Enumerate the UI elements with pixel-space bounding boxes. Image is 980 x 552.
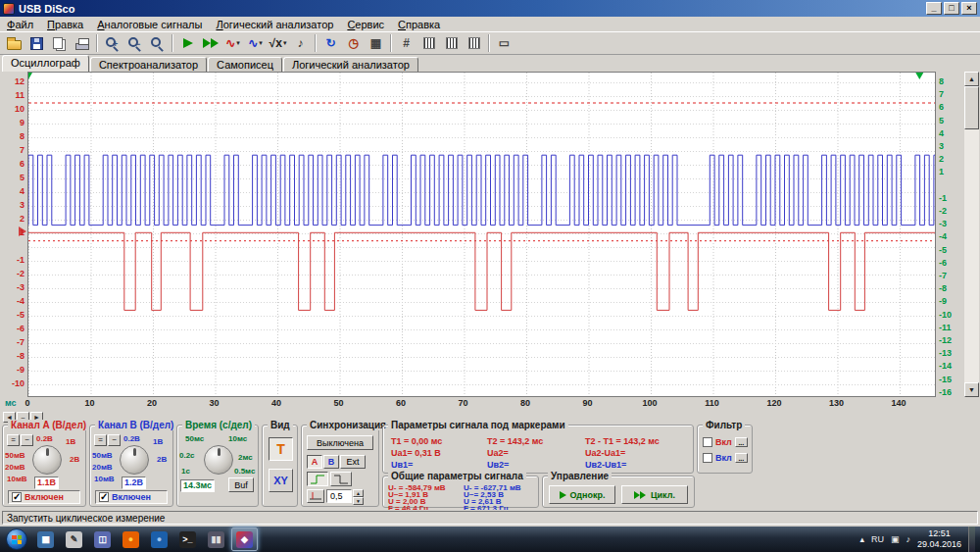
menu-file[interactable]: Файл: [0, 19, 40, 30]
x-axis-tick: 110: [702, 398, 723, 408]
marker-t2[interactable]: [915, 73, 923, 79]
tab-spectrum-analyzer[interactable]: Спектроанализатор: [90, 57, 207, 72]
left-axis-label: -3: [0, 282, 24, 292]
trigger-level-button[interactable]: [307, 489, 324, 503]
clear-button[interactable]: ▭: [493, 33, 515, 54]
scroll-down-button[interactable]: ▼: [964, 382, 979, 397]
hidden-icons-button[interactable]: ▴: [859, 534, 864, 544]
channel-a-ac-coupling-button[interactable]: ~: [21, 434, 33, 446]
sound-button[interactable]: ♪: [289, 33, 312, 54]
rising-edge-icon: [310, 475, 325, 484]
timer-button[interactable]: ◷: [342, 33, 365, 54]
taskbar-messenger-button[interactable]: >_: [174, 527, 201, 551]
trigger-falling-button[interactable]: [330, 472, 352, 486]
open-button[interactable]: [3, 33, 25, 54]
math-menu-button[interactable]: √x▾: [267, 33, 289, 54]
sync-source-a-button[interactable]: A: [307, 455, 322, 469]
channel-b-gain-knob[interactable]: [120, 445, 149, 475]
knob-label: 2мс: [238, 453, 253, 462]
buffer-button[interactable]: Buf: [228, 477, 254, 492]
logic-signals-3-icon: [468, 37, 480, 49]
knob-label: 1В: [153, 437, 163, 446]
menu-logic-analyzer[interactable]: Логический анализатор: [209, 19, 340, 30]
zoom-window-button[interactable]: [146, 33, 169, 54]
taskbar-media-player-button[interactable]: ▮▮: [203, 527, 229, 551]
taskbar-thunderbird-button[interactable]: ●: [146, 527, 172, 551]
left-axis-label: 3: [0, 200, 24, 210]
filter-options-button-1[interactable]: ...: [735, 437, 748, 447]
cycle-run-button[interactable]: Цикл.: [621, 485, 688, 504]
tab-logic-analyzer[interactable]: Логический анализатор: [283, 57, 418, 72]
taskbar-disco-button[interactable]: ◆: [231, 527, 258, 551]
start-cycle-button[interactable]: [199, 33, 221, 54]
start-single-button[interactable]: [176, 33, 199, 54]
display-icon[interactable]: ▣: [891, 534, 900, 544]
right-axis-label: -14: [939, 361, 963, 371]
start-button[interactable]: [6, 528, 27, 550]
vertical-scrollbar[interactable]: ▲ ▼: [964, 72, 979, 397]
x-axis-tick: 100: [639, 398, 661, 408]
sync-state-button[interactable]: Выключена: [307, 435, 373, 450]
signal-a-menu-button[interactable]: ∿▾: [221, 33, 244, 54]
stepper-down-icon[interactable]: ▼: [353, 497, 364, 505]
sync-source-ext-button[interactable]: Ext: [340, 455, 366, 469]
menu-edit[interactable]: Правка: [40, 19, 90, 30]
refresh-button[interactable]: ↻: [319, 33, 342, 54]
zoom-in-button[interactable]: +: [101, 33, 123, 54]
timebase-title: Время (с/дел): [182, 420, 255, 430]
stepper-up-icon[interactable]: ▲: [353, 489, 364, 497]
close-button[interactable]: ×: [961, 2, 977, 15]
scroll-thumb[interactable]: [964, 86, 979, 129]
taskbar-editor-button[interactable]: ✎: [61, 527, 87, 551]
channel-b-ac-coupling-button[interactable]: ~: [108, 434, 121, 446]
zoom-out-button[interactable]: −: [123, 33, 146, 54]
trigger-level-stepper[interactable]: ▲▼: [353, 489, 364, 503]
signal-b-menu-button[interactable]: ∿▾: [244, 33, 267, 54]
common-params-title: Общие параметры сигнала: [388, 471, 526, 481]
channel-b-enabled-checkbox[interactable]: [99, 492, 109, 502]
tab-oscilloscope[interactable]: Осциллограф: [2, 55, 89, 72]
menu-help[interactable]: Справка: [391, 19, 447, 30]
device-button[interactable]: #: [395, 33, 417, 54]
show-desktop-button[interactable]: [968, 527, 975, 552]
save-button[interactable]: [25, 33, 48, 54]
single-run-button[interactable]: Однокр.: [549, 485, 615, 504]
filter-options-button-2[interactable]: ...: [735, 453, 748, 463]
channel-b-dc-coupling-button[interactable]: =: [94, 434, 107, 446]
maximize-button[interactable]: □: [944, 2, 959, 15]
view-xy-button[interactable]: XY: [269, 469, 293, 492]
menu-service[interactable]: Сервис: [340, 19, 391, 30]
logic-signals-2-button[interactable]: [440, 33, 463, 54]
taskbar-firefox-button[interactable]: ●: [118, 527, 144, 551]
trigger-level-input[interactable]: 0,5: [326, 489, 352, 503]
scroll-up-button[interactable]: ▲: [964, 72, 979, 86]
sync-source-b-button[interactable]: B: [323, 455, 339, 469]
channel-a-group: Канал A (В/дел) = ~ 0.2В 1В 50мВ 2В 20мВ…: [2, 425, 86, 507]
marker-t1[interactable]: [28, 73, 32, 79]
timebase-knob[interactable]: [204, 445, 233, 475]
taskbar-clock[interactable]: 12:51 29.04.2016: [917, 528, 961, 550]
filter-checkbox-1[interactable]: [703, 437, 712, 447]
language-indicator[interactable]: RU: [871, 534, 884, 544]
volume-icon[interactable]: ♪: [906, 534, 910, 544]
menu-analog-signals[interactable]: Аналоговые сигналы: [90, 19, 209, 30]
logic-signals-3-button[interactable]: [463, 33, 485, 54]
table-button[interactable]: ▦: [365, 33, 387, 54]
marker-values-grid: T1 = 0,00 мсT2 = 143,2 мсT2 - T1 = 143,2…: [391, 436, 695, 470]
right-axis-label: -5: [939, 245, 963, 255]
filter-checkbox-2[interactable]: [703, 453, 712, 463]
print-button[interactable]: [71, 33, 93, 54]
trigger-rising-button[interactable]: [307, 472, 328, 486]
taskbar-calculator-button[interactable]: ▦: [32, 527, 59, 551]
taskbar-installer-button[interactable]: ◫: [89, 527, 116, 551]
logic-signals-1-button[interactable]: [417, 33, 440, 54]
view-time-button[interactable]: T: [269, 437, 293, 461]
minimize-button[interactable]: _: [926, 2, 942, 15]
channel-a-enabled-checkbox[interactable]: [12, 492, 22, 502]
oscilloscope-plot[interactable]: [27, 72, 936, 397]
channel-a-gain-knob[interactable]: [32, 445, 62, 475]
channel-a-dc-coupling-button[interactable]: =: [7, 434, 20, 446]
tab-recorder[interactable]: Самописец: [208, 57, 282, 72]
copy-button[interactable]: [48, 33, 71, 54]
toolbar-separator: [390, 34, 392, 52]
